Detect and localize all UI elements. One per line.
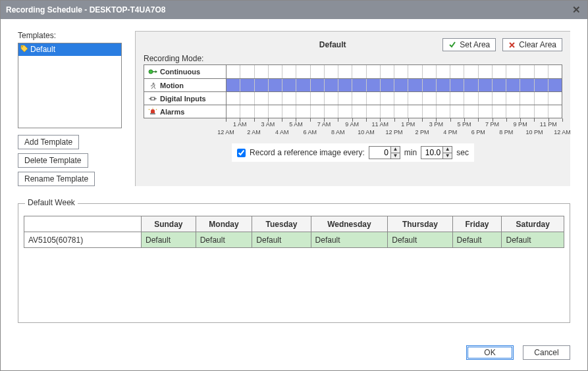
- ref-min-input[interactable]: [369, 147, 390, 159]
- continuous-icon: [148, 68, 157, 75]
- day-cell[interactable]: Default: [388, 232, 452, 248]
- mode-motion: Motion: [144, 79, 227, 91]
- day-header: Friday: [452, 216, 502, 232]
- reference-image-label: Record a reference image every:: [250, 148, 365, 157]
- mode-alarms: Alarms: [144, 105, 227, 118]
- window-title: Recording Schedule - DESKTOP-T4UA7O8: [6, 5, 166, 14]
- template-title: Default: [223, 40, 442, 49]
- mode-continuous: Continuous: [144, 65, 227, 78]
- svg-point-2: [153, 82, 155, 84]
- spinner-down-icon[interactable]: ▼: [391, 153, 400, 159]
- digital-inputs-icon: [148, 95, 157, 102]
- templates-list[interactable]: Default: [18, 43, 122, 128]
- clear-area-button[interactable]: Clear Area: [502, 38, 562, 51]
- motion-strip[interactable]: [227, 79, 562, 91]
- day-header: Monday: [196, 216, 252, 232]
- reference-image-checkbox[interactable]: [237, 149, 246, 157]
- dialog-footer: OK Cancel: [1, 340, 587, 370]
- svg-point-1: [149, 70, 153, 74]
- day-cell[interactable]: Default: [311, 232, 388, 248]
- table-header-row: Sunday Monday Tuesday Wednesday Thursday…: [24, 216, 564, 232]
- spinner-down-icon[interactable]: ▼: [443, 153, 452, 159]
- template-icon: [20, 45, 28, 53]
- sec-unit: sec: [456, 148, 469, 157]
- table-row: AV5105(60781) Default Default Default De…: [24, 232, 564, 248]
- ref-sec-spinner[interactable]: ▲▼: [421, 146, 452, 159]
- day-cell[interactable]: Default: [196, 232, 252, 248]
- time-axis: 12 AM1 AM2 AM3 AM4 AM5 AM6 AM7 AM8 AM9 A…: [226, 118, 562, 139]
- day-cell[interactable]: Default: [252, 232, 311, 248]
- x-icon: [508, 41, 516, 49]
- alarms-strip[interactable]: [227, 105, 562, 118]
- ref-sec-input[interactable]: [421, 147, 442, 159]
- check-icon: [448, 41, 456, 49]
- recording-mode-label: Recording Mode:: [144, 54, 562, 63]
- day-header: Wednesday: [311, 216, 388, 232]
- svg-point-0: [22, 46, 23, 47]
- recording-mode-grid: Continuous Motion: [144, 64, 562, 118]
- schedule-panel: Default Set Area Clear Area Recording Mo…: [135, 31, 570, 186]
- day-cell[interactable]: Default: [502, 232, 564, 248]
- ok-button[interactable]: OK: [466, 345, 514, 360]
- day-cell[interactable]: Default: [452, 232, 502, 248]
- ref-min-spinner[interactable]: ▲▼: [369, 146, 400, 159]
- svg-rect-6: [150, 113, 155, 114]
- templates-label: Templates:: [18, 31, 122, 40]
- cancel-button[interactable]: Cancel: [523, 345, 570, 360]
- day-header: Saturday: [502, 216, 564, 232]
- min-unit: min: [404, 148, 417, 157]
- motion-icon: [148, 82, 157, 89]
- svg-point-4: [150, 98, 151, 99]
- rename-template-button[interactable]: Rename Template: [18, 172, 95, 186]
- day-header: Sunday: [142, 216, 196, 232]
- template-item-label: Default: [30, 45, 55, 54]
- svg-point-5: [154, 98, 155, 99]
- mode-digital-inputs: Digital Inputs: [144, 92, 227, 105]
- default-week-legend: Default Week: [25, 198, 78, 207]
- alarm-icon: [148, 108, 157, 116]
- default-week-fieldset: Default Week Sunday Monday Tuesday Wedne…: [18, 203, 570, 323]
- template-item-default[interactable]: Default: [18, 43, 121, 56]
- recording-schedule-window: Recording Schedule - DESKTOP-T4UA7O8 ✕ T…: [0, 0, 588, 371]
- title-bar: Recording Schedule - DESKTOP-T4UA7O8 ✕: [1, 1, 587, 19]
- default-week-table: Sunday Monday Tuesday Wednesday Thursday…: [24, 216, 564, 248]
- close-icon[interactable]: ✕: [570, 4, 582, 16]
- continuous-strip[interactable]: [227, 65, 562, 78]
- set-area-button[interactable]: Set Area: [442, 38, 496, 51]
- delete-template-button[interactable]: Delete Template: [18, 153, 88, 168]
- day-cell[interactable]: Default: [142, 232, 196, 248]
- reference-image-row: Record a reference image every: ▲▼ min ▲…: [232, 143, 474, 162]
- add-template-button[interactable]: Add Template: [18, 135, 79, 149]
- day-header: Tuesday: [252, 216, 311, 232]
- templates-panel: Templates: Default Add Template Delete T…: [18, 31, 122, 186]
- day-header: Thursday: [388, 216, 452, 232]
- device-cell: AV5105(60781): [24, 232, 142, 248]
- digital-inputs-strip[interactable]: [227, 92, 562, 105]
